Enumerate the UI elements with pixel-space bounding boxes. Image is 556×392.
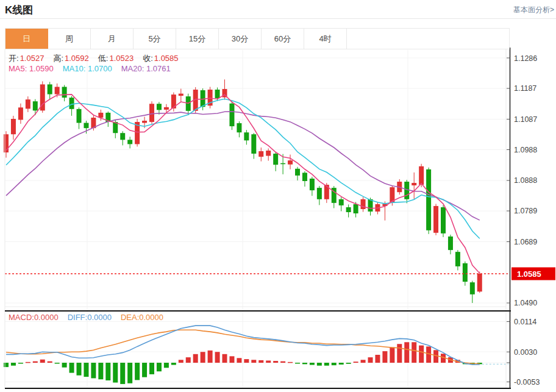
macd-axis: 0.01140.0030-0.0053 (507, 318, 540, 387)
svg-text:0.0030: 0.0030 (514, 348, 537, 357)
svg-text:-0.0053: -0.0053 (514, 378, 540, 387)
diff-value: DIFF:0.0000 (68, 313, 112, 322)
svg-text:1.0490: 1.0490 (514, 299, 537, 307)
tab-5min[interactable]: 5分 (134, 29, 176, 49)
macd-legend: MACD:0.0000 DIFF:0.0000 DEA:0.0000 (9, 313, 163, 322)
high-value: 高:1.0592 (53, 53, 88, 64)
macd-value: MACD:0.0000 (9, 313, 59, 322)
tab-30min[interactable]: 30分 (219, 29, 262, 49)
open-value: 开:1.0527 (9, 53, 44, 64)
svg-text:0.0114: 0.0114 (514, 318, 536, 326)
svg-text:1.0988: 1.0988 (514, 146, 537, 154)
svg-text:1.0888: 1.0888 (514, 176, 537, 185)
kline-page: { "header": { "title": "K线图", "link": "基… (0, 0, 556, 392)
close-value: 收:1.0585 (143, 53, 178, 64)
svg-text:1.1087: 1.1087 (514, 115, 537, 124)
ma5-value: MA5: 1.0590 (9, 64, 54, 73)
tab-15min[interactable]: 15分 (176, 29, 219, 49)
tabbar-filler (347, 29, 509, 49)
tab-daily[interactable]: 日 (5, 29, 48, 49)
low-value: 低:1.0523 (98, 53, 134, 64)
price-axis: 1.12861.11871.10871.09881.08881.07891.06… (507, 54, 555, 308)
ma20-value: MA20: 1.0761 (121, 64, 171, 73)
svg-text:1.0689: 1.0689 (514, 238, 537, 246)
svg-text:1.0585: 1.0585 (517, 269, 541, 279)
tab-60min[interactable]: 60分 (262, 29, 304, 49)
ma-legend: MA5: 1.0590 MA10: 1.0700 MA20: 1.0761 (9, 64, 171, 73)
tab-monthly[interactable]: 月 (91, 29, 134, 49)
svg-text:1.0789: 1.0789 (514, 207, 537, 215)
fundamental-analysis-link[interactable]: 基本面分析> (513, 5, 554, 15)
tab-weekly[interactable]: 周 (48, 29, 91, 49)
period-tabbar: 日 周 月 5分 15分 30分 60分 4时 (5, 28, 510, 49)
tab-4hour[interactable]: 4时 (304, 29, 347, 49)
svg-text:1.1286: 1.1286 (514, 54, 537, 63)
ma10-value: MA10: 1.0700 (63, 64, 112, 73)
svg-text:1.1187: 1.1187 (514, 84, 536, 93)
ohlc-legend: 开:1.0527 高:1.0592 低:1.0523 收:1.0585 (9, 53, 179, 64)
dea-value: DEA:0.0000 (121, 313, 163, 322)
page-title: K线图 (5, 3, 33, 17)
